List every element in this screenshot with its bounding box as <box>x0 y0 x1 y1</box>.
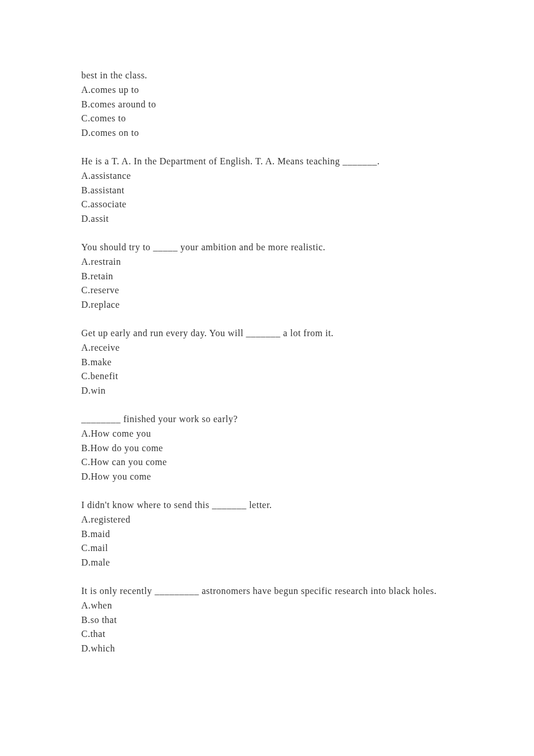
option-c: C.reserve <box>81 283 453 298</box>
option-d: D.win <box>81 384 453 398</box>
option-b: B.maid <box>81 527 453 542</box>
question-block: You should try to _____ your ambition an… <box>81 240 453 312</box>
options-list: A.comes up to B.comes around to C.comes … <box>81 83 453 141</box>
question-block: He is a T. A. In the Department of Engli… <box>81 154 453 226</box>
option-b: B.assistant <box>81 183 453 198</box>
option-a: A.How come you <box>81 427 453 441</box>
question-block: Get up early and run every day. You will… <box>81 326 453 398</box>
option-c: C.benefit <box>81 369 453 384</box>
options-list: A.receive B.make C.benefit D.win <box>81 341 453 398</box>
options-list: A.registered B.maid C.mail D.male <box>81 513 453 570</box>
option-b: B.How do you come <box>81 441 453 456</box>
question-stem: I didn't know where to send this _______… <box>81 498 453 513</box>
question-block: It is only recently _________ astronomer… <box>81 584 453 656</box>
options-list: A.assistance B.assistant C.associate D.a… <box>81 169 453 226</box>
options-list: A.restrain B.retain C.reserve D.replace <box>81 255 453 312</box>
option-b: B.make <box>81 355 453 370</box>
option-c: C.that <box>81 627 453 642</box>
option-d: D.How you come <box>81 470 453 484</box>
option-c: C.mail <box>81 541 453 556</box>
question-stem: best in the class. <box>81 69 453 83</box>
options-list: A.How come you B.How do you come C.How c… <box>81 427 453 484</box>
question-stem: He is a T. A. In the Department of Engli… <box>81 154 453 169</box>
option-a: A.comes up to <box>81 83 453 98</box>
option-b: B.so that <box>81 613 453 628</box>
option-d: D.assit <box>81 212 453 226</box>
option-c: C.comes to <box>81 111 453 126</box>
option-a: A.registered <box>81 513 453 527</box>
option-d: D.male <box>81 556 453 570</box>
option-d: D.comes on to <box>81 126 453 141</box>
option-b: B.retain <box>81 269 453 284</box>
option-a: A.assistance <box>81 169 453 183</box>
option-b: B.comes around to <box>81 98 453 112</box>
question-stem: ________ finished your work so early? <box>81 412 453 427</box>
question-stem: Get up early and run every day. You will… <box>81 326 453 341</box>
question-block: I didn't know where to send this _______… <box>81 498 453 570</box>
question-block: ________ finished your work so early? A.… <box>81 412 453 484</box>
document-page: best in the class. A.comes up to B.comes… <box>0 0 534 728</box>
option-a: A.restrain <box>81 255 453 269</box>
question-stem: It is only recently _________ astronomer… <box>81 584 453 599</box>
question-block: best in the class. A.comes up to B.comes… <box>81 69 453 141</box>
option-a: A.receive <box>81 341 453 355</box>
option-c: C.How can you come <box>81 455 453 470</box>
option-c: C.associate <box>81 197 453 212</box>
option-d: D.replace <box>81 298 453 312</box>
options-list: A.when B.so that C.that D.which <box>81 599 453 656</box>
option-d: D.which <box>81 642 453 656</box>
question-stem: You should try to _____ your ambition an… <box>81 240 453 255</box>
option-a: A.when <box>81 599 453 613</box>
